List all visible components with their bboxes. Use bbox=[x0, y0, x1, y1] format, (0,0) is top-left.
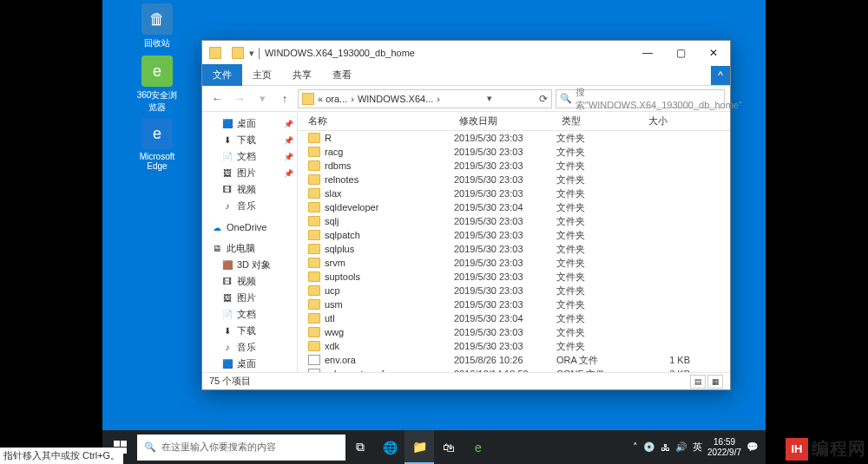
col-name[interactable]: 名称 bbox=[298, 114, 454, 127]
taskbar-search-placeholder: 在这里输入你要搜索的内容 bbox=[161, 441, 276, 454]
pin-icon: 📌 bbox=[284, 169, 293, 178]
file-row[interactable]: R2019/5/30 23:03文件夹 bbox=[298, 131, 730, 145]
refresh-icon[interactable]: ⟳ bbox=[539, 93, 548, 105]
fold-icon bbox=[308, 174, 320, 185]
tray-disc-icon[interactable]: 💿 bbox=[643, 441, 655, 453]
brand-watermark: IH 编程网 bbox=[786, 437, 866, 461]
pin-icon: 📌 bbox=[284, 153, 293, 161]
taskbar-explorer[interactable]: 📁 bbox=[404, 430, 434, 464]
nav-music[interactable]: ♪音乐 bbox=[202, 198, 297, 214]
taskbar-store[interactable]: 🛍 bbox=[434, 430, 464, 464]
videos-icon: 🎞 bbox=[221, 276, 233, 288]
tray-volume-icon[interactable]: 🔊 bbox=[675, 441, 687, 453]
maximize-button[interactable]: ▢ bbox=[664, 41, 697, 65]
file-type: 文件夹 bbox=[556, 187, 643, 200]
ribbon-tab-view[interactable]: 查看 bbox=[322, 64, 362, 86]
documents-icon: 📄 bbox=[221, 309, 233, 321]
file-row[interactable]: srvm2019/5/30 23:03文件夹 bbox=[298, 256, 730, 270]
recycle-bin-icon[interactable]: 🗑回收站 bbox=[134, 3, 181, 49]
file-type: 文件夹 bbox=[556, 326, 643, 339]
ribbon-tab-home[interactable]: 主页 bbox=[242, 64, 282, 86]
col-date[interactable]: 修改日期 bbox=[454, 114, 556, 127]
taskbar-search[interactable]: 🔍在这里输入你要搜索的内容 bbox=[137, 435, 345, 461]
fold-icon bbox=[308, 147, 320, 157]
file-tab[interactable]: 文件 bbox=[202, 64, 242, 86]
close-button[interactable]: ✕ bbox=[697, 41, 730, 65]
file-date: 2019/5/30 23:04 bbox=[454, 202, 556, 212]
nav-3dobjects[interactable]: 🟫3D 对象 bbox=[202, 257, 297, 273]
nav-downloads2[interactable]: ⬇下载 bbox=[202, 323, 297, 339]
file-row[interactable]: sqldeveloper2019/5/30 23:04文件夹 bbox=[298, 200, 730, 214]
nav-documents[interactable]: 📄文档📌 bbox=[202, 148, 297, 165]
titlebar[interactable]: ▾ │ WINDOWS.X64_193000_db_home — ▢ ✕ bbox=[202, 41, 730, 65]
up-button[interactable]: ↑ bbox=[275, 89, 294, 108]
nav-videos2[interactable]: 🎞视频 bbox=[202, 273, 297, 290]
file-row[interactable]: sqlpatch2019/5/30 23:03文件夹 bbox=[298, 228, 730, 242]
file-row[interactable]: sqlplus2019/5/30 23:03文件夹 bbox=[298, 242, 730, 256]
view-icons-button[interactable]: ▦ bbox=[707, 375, 723, 389]
tray-network-icon[interactable]: 🖧 bbox=[661, 442, 670, 453]
pictures-icon: 🖼 bbox=[221, 292, 233, 304]
file-row[interactable]: utl2019/5/30 23:04文件夹 bbox=[298, 311, 730, 325]
minimize-button[interactable]: — bbox=[631, 41, 664, 65]
tray-clock[interactable]: 16:592022/9/7 bbox=[707, 437, 741, 458]
nav-desktop[interactable]: 🟦桌面📌 bbox=[202, 115, 297, 132]
search-input[interactable]: 🔍 搜索"WINDOWS.X64_193000_db_home" bbox=[556, 89, 725, 108]
file-row[interactable]: ucp2019/5/30 23:03文件夹 bbox=[298, 284, 730, 297]
file-row[interactable]: suptools2019/5/30 23:03文件夹 bbox=[298, 270, 730, 284]
column-headers[interactable]: 名称 修改日期 类型 大小 bbox=[298, 112, 730, 131]
addr-crumb[interactable]: « ora... bbox=[318, 94, 347, 104]
col-size[interactable]: 大小 bbox=[643, 114, 695, 127]
nav-downloads[interactable]: ⬇下载📌 bbox=[202, 132, 297, 148]
taskbar[interactable]: 🔍在这里输入你要搜索的内容 ⧉ 🌐 📁 🛍 e ˄ 💿 🖧 🔊 英 16:592… bbox=[102, 430, 766, 464]
qat-sep: ▾ │ bbox=[249, 48, 263, 59]
forward-button[interactable]: → bbox=[230, 89, 249, 108]
file-list[interactable]: R2019/5/30 23:03文件夹racg2019/5/30 23:03文件… bbox=[298, 131, 730, 372]
file-row[interactable]: racg2019/5/30 23:03文件夹 bbox=[298, 145, 730, 159]
nav-music2[interactable]: ♪音乐 bbox=[202, 339, 297, 356]
ribbon-tab-share[interactable]: 共享 bbox=[282, 64, 322, 86]
file-row[interactable]: schagent.conf2016/10/14 18:50CONF 文件3 KB bbox=[298, 367, 730, 372]
file-row[interactable]: slax2019/5/30 23:03文件夹 bbox=[298, 186, 730, 200]
nav-onedrive[interactable]: ☁OneDrive bbox=[202, 219, 297, 235]
address-bar[interactable]: « ora...› WINDOWS.X64...› ▾ ⟳ bbox=[298, 89, 552, 108]
back-button[interactable]: ← bbox=[207, 89, 227, 108]
fold-icon bbox=[308, 133, 320, 143]
window-title: WINDOWS.X64_193000_db_home bbox=[265, 48, 631, 58]
file-name: sqlplus bbox=[325, 244, 354, 254]
edge-icon[interactable]: eMicrosoft Edge bbox=[134, 118, 181, 171]
tray-chevron-icon[interactable]: ˄ bbox=[633, 441, 638, 453]
col-type[interactable]: 类型 bbox=[556, 114, 643, 127]
addr-dropdown-icon[interactable]: ▾ bbox=[487, 93, 492, 104]
nav-pictures2[interactable]: 🖼图片 bbox=[202, 290, 297, 306]
taskbar-browser360[interactable]: e bbox=[464, 430, 493, 464]
nav-desktop2[interactable]: 🟦桌面 bbox=[202, 356, 297, 372]
view-details-button[interactable]: ▤ bbox=[690, 375, 706, 389]
taskbar-edge[interactable]: 🌐 bbox=[375, 430, 404, 464]
nav-pictures[interactable]: 🖼图片📌 bbox=[202, 165, 297, 181]
file-row[interactable]: xdk2019/5/30 23:03文件夹 bbox=[298, 339, 730, 353]
tray-notifications-icon[interactable]: 💬 bbox=[746, 441, 759, 453]
file-row[interactable]: usm2019/5/30 23:03文件夹 bbox=[298, 297, 730, 311]
task-view-button[interactable]: ⧉ bbox=[345, 430, 375, 464]
tray-ime[interactable]: 英 bbox=[693, 441, 702, 454]
file-row[interactable]: rdbms2019/5/30 23:03文件夹 bbox=[298, 159, 730, 173]
documents-icon: 📄 bbox=[221, 151, 233, 163]
file-name: racg bbox=[325, 147, 343, 157]
recent-button[interactable]: ▾ bbox=[253, 89, 272, 108]
file-type: 文件夹 bbox=[556, 160, 643, 173]
file-row[interactable]: wwg2019/5/30 23:03文件夹 bbox=[298, 325, 730, 339]
browser360-icon[interactable]: e360安全浏览器 bbox=[134, 56, 181, 114]
system-tray[interactable]: ˄ 💿 🖧 🔊 英 16:592022/9/7 💬 bbox=[626, 437, 766, 458]
nav-pane[interactable]: 🟦桌面📌 ⬇下载📌 📄文档📌 🖼图片📌 🎞视频 ♪音乐 ☁OneDrive 🖥此… bbox=[202, 112, 298, 372]
nav-documents2[interactable]: 📄文档 bbox=[202, 306, 297, 323]
nav-videos[interactable]: 🎞视频 bbox=[202, 181, 297, 198]
file-date: 2019/5/30 23:03 bbox=[454, 160, 556, 171]
file-row[interactable]: relnotes2019/5/30 23:03文件夹 bbox=[298, 173, 730, 186]
file-row[interactable]: sqlj2019/5/30 23:03文件夹 bbox=[298, 214, 730, 228]
help-button[interactable]: ^ bbox=[711, 66, 730, 85]
addr-crumb[interactable]: WINDOWS.X64... bbox=[358, 94, 433, 104]
desktop-icon: 🟦 bbox=[221, 358, 233, 370]
nav-thispc[interactable]: 🖥此电脑 bbox=[202, 240, 297, 257]
file-row[interactable]: env.ora2015/8/26 10:26ORA 文件1 KB bbox=[298, 353, 730, 367]
